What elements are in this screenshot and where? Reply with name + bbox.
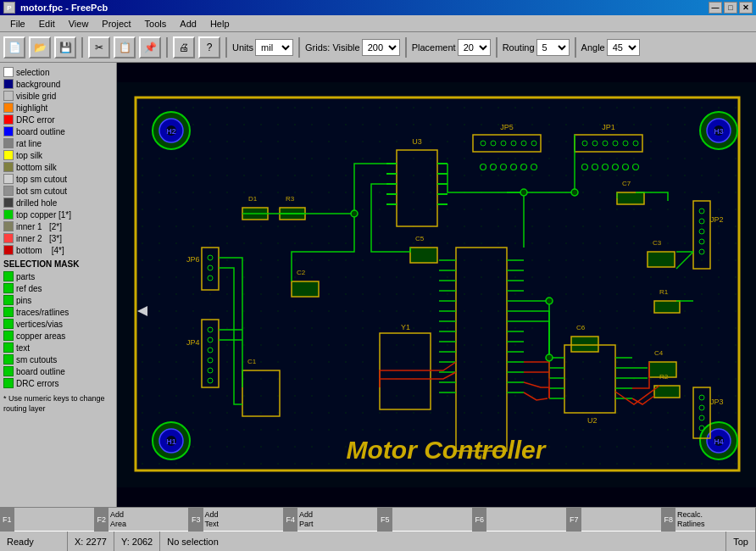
- sel-label-vertices: vertices/vias: [16, 320, 63, 329]
- fkey-f7[interactable]: F7: [567, 508, 662, 532]
- sel-text[interactable]: text: [3, 342, 113, 353]
- title-bar: P motor.fpc - FreePcb — □ ✕: [0, 0, 756, 15]
- layer-bot-sm-cutout[interactable]: bot sm cutout: [3, 185, 113, 197]
- fkey-f3[interactable]: F3 AddText: [189, 508, 284, 532]
- sel-color-vertices: [3, 319, 14, 329]
- svg-text:Y1: Y1: [401, 323, 410, 331]
- sel-refdes[interactable]: ref des: [3, 282, 113, 294]
- menu-file[interactable]: File: [3, 17, 32, 31]
- svg-text:JP4: JP4: [186, 338, 200, 347]
- fkey-f1[interactable]: F1: [0, 508, 95, 532]
- sel-drcerrors[interactable]: DRC errors: [3, 377, 113, 389]
- fkey-f2[interactable]: F2 AddArea: [95, 508, 190, 532]
- layer-top-sm-cutout[interactable]: top sm cutout: [3, 173, 113, 185]
- layer-drc-error[interactable]: DRC error: [3, 114, 113, 125]
- sel-pins[interactable]: pins: [3, 294, 113, 306]
- print-button[interactable]: 🖨: [173, 36, 195, 58]
- svg-text:H1: H1: [166, 437, 176, 446]
- grids-select[interactable]: 200 100 50: [362, 39, 400, 56]
- sel-label-smcutouts: sm cutouts: [16, 355, 57, 365]
- sel-copper[interactable]: copper areas: [3, 330, 113, 342]
- fkey-f8[interactable]: F8 Recalc.Ratlines: [662, 508, 757, 532]
- svg-text:JP5: JP5: [500, 123, 514, 131]
- cut-button[interactable]: ✂: [88, 36, 110, 58]
- svg-text:JP2: JP2: [710, 215, 724, 224]
- copy-button[interactable]: 📋: [114, 36, 136, 58]
- sel-label-boardoutline: board outline: [16, 367, 65, 376]
- layer-label-grid: visible grid: [16, 92, 56, 101]
- title-bar-icons: P: [3, 2, 15, 14]
- sel-label-parts: parts: [16, 272, 35, 281]
- window-title: motor.fpc - FreePcb: [20, 3, 108, 13]
- sel-color-traces: [3, 307, 14, 317]
- status-x-text: X: 2277: [75, 537, 107, 547]
- layer-highlight[interactable]: highlight: [3, 102, 113, 114]
- pcb-canvas[interactable]: H1 H2 H3 H4 U3: [117, 63, 756, 507]
- fkey-f4[interactable]: F4 AddPart: [284, 508, 379, 532]
- svg-point-144: [546, 298, 553, 304]
- svg-text:R1: R1: [659, 288, 669, 296]
- layer-rat-line[interactable]: rat line: [3, 137, 113, 149]
- layer-visible-grid[interactable]: visible grid: [3, 90, 113, 102]
- sel-vertices[interactable]: vertices/vias: [3, 318, 113, 330]
- sel-color-smcutouts: [3, 354, 14, 365]
- layer-top-silk[interactable]: top silk: [3, 149, 113, 161]
- svg-text:U3: U3: [412, 137, 422, 146]
- menu-view[interactable]: View: [62, 17, 96, 31]
- toolbar-sep-7: [575, 37, 576, 58]
- help-button[interactable]: ?: [198, 36, 220, 58]
- svg-text:C7: C7: [622, 180, 631, 187]
- units-select[interactable]: mil mm: [255, 39, 293, 56]
- sel-boardoutline[interactable]: board outline: [3, 365, 113, 377]
- svg-text:H2: H2: [166, 127, 176, 136]
- left-panel: selection background visible grid highli…: [0, 63, 117, 507]
- status-ready-text: Ready: [7, 537, 34, 547]
- menu-help[interactable]: Help: [203, 17, 236, 31]
- menu-tools[interactable]: Tools: [138, 17, 174, 31]
- open-button[interactable]: 📂: [29, 36, 51, 58]
- title-controls: — □ ✕: [709, 2, 753, 14]
- svg-text:C1: C1: [247, 358, 257, 365]
- fkey-f6[interactable]: F6: [473, 508, 568, 532]
- close-button[interactable]: ✕: [739, 2, 753, 14]
- layer-color-drc: [3, 114, 14, 125]
- placement-select[interactable]: 20 10 5: [458, 39, 491, 56]
- new-button[interactable]: 📄: [3, 36, 25, 58]
- layer-bottom[interactable]: bottom [4*]: [3, 244, 113, 256]
- fkey-f4-num: F4: [284, 508, 298, 532]
- layer-top-copper[interactable]: top copper [1*]: [3, 209, 113, 220]
- paste-button[interactable]: 📌: [139, 36, 161, 58]
- routing-select[interactable]: 5 10 20: [536, 39, 570, 56]
- layer-background[interactable]: background: [3, 78, 113, 90]
- minimize-button[interactable]: —: [709, 2, 722, 14]
- sel-traces[interactable]: traces/ratlines: [3, 306, 113, 318]
- layer-selection[interactable]: selection: [3, 66, 113, 78]
- svg-rect-93: [654, 301, 680, 313]
- layer-board-outline[interactable]: board outline: [3, 125, 113, 137]
- fkey-f5[interactable]: F5: [378, 508, 473, 532]
- maximize-button[interactable]: □: [724, 2, 737, 14]
- pcb-svg: H1 H2 H3 H4 U3: [117, 63, 756, 507]
- svg-text:R3: R3: [286, 195, 295, 203]
- sel-parts[interactable]: parts: [3, 270, 113, 282]
- layer-inner1[interactable]: inner 1 [2*]: [3, 220, 113, 232]
- sel-color-drcerrors: [3, 378, 14, 388]
- layer-drilled-hole[interactable]: drilled hole: [3, 197, 113, 209]
- layer-label-background: background: [16, 80, 60, 89]
- grids-label: Grids: Visible: [305, 42, 360, 53]
- layer-label-drill: drilled hole: [16, 198, 57, 208]
- sel-smcutouts[interactable]: sm cutouts: [3, 353, 113, 365]
- menu-add[interactable]: Add: [173, 17, 203, 31]
- fkey-f3-num: F3: [189, 508, 203, 532]
- sel-color-refdes: [3, 283, 14, 293]
- menu-project[interactable]: Project: [95, 17, 137, 31]
- sel-color-boardoutline: [3, 366, 14, 376]
- layer-inner2[interactable]: inner 2 [3*]: [3, 232, 113, 244]
- angle-select[interactable]: 45 90 0: [607, 39, 640, 56]
- svg-text:H3: H3: [714, 127, 724, 136]
- menu-edit[interactable]: Edit: [32, 17, 62, 31]
- app-icon: P: [3, 2, 15, 14]
- save-button[interactable]: 💾: [54, 36, 76, 58]
- layer-bottom-silk[interactable]: bottom silk: [3, 161, 113, 173]
- status-layer: Top: [726, 532, 756, 551]
